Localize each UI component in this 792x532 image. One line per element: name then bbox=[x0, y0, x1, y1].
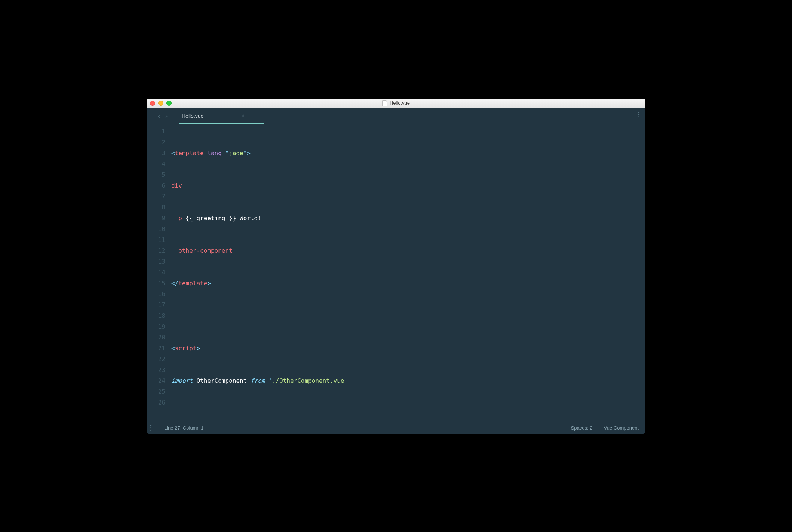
status-menu-icon[interactable] bbox=[150, 425, 151, 431]
tab-underline bbox=[179, 123, 264, 124]
more-menu-icon[interactable] bbox=[638, 112, 639, 117]
window-title-text: Hello.vue bbox=[390, 100, 410, 106]
code-line: </template> bbox=[171, 278, 645, 289]
nav-arrows: ‹ › bbox=[158, 113, 168, 119]
line-number: 5 bbox=[147, 169, 165, 180]
status-syntax[interactable]: Vue Component bbox=[604, 425, 639, 431]
traffic-lights bbox=[150, 101, 172, 106]
code-line: p {{ greeting }} World! bbox=[171, 213, 645, 224]
code-line: import OtherComponent from './OtherCompo… bbox=[171, 375, 645, 386]
line-number: 6 bbox=[147, 180, 165, 191]
line-number: 14 bbox=[147, 267, 165, 278]
minimize-icon[interactable] bbox=[158, 101, 163, 106]
line-number: 17 bbox=[147, 299, 165, 310]
code-area[interactable]: <template lang="jade"> div p {{ greeting… bbox=[168, 126, 645, 422]
tab-hello-vue[interactable]: Hello.vue × bbox=[179, 108, 247, 124]
line-number: 11 bbox=[147, 234, 165, 245]
line-number: 1 bbox=[147, 126, 165, 137]
line-number: 3 bbox=[147, 148, 165, 159]
line-number: 21 bbox=[147, 343, 165, 354]
line-number: 26 bbox=[147, 397, 165, 408]
line-number: 4 bbox=[147, 159, 165, 169]
line-number: 9 bbox=[147, 213, 165, 224]
code-line: <template lang="jade"> bbox=[171, 148, 645, 159]
code-line bbox=[171, 310, 645, 321]
line-number: 20 bbox=[147, 332, 165, 343]
nav-forward-icon[interactable]: › bbox=[165, 113, 168, 119]
line-number: 18 bbox=[147, 310, 165, 321]
line-number: 19 bbox=[147, 321, 165, 332]
status-position[interactable]: Line 27, Column 1 bbox=[164, 425, 204, 431]
editor[interactable]: 1 2 3 4 5 6 7 8 9 10 11 12 13 14 15 16 1… bbox=[147, 124, 645, 422]
close-icon[interactable] bbox=[150, 101, 155, 106]
app-window: Hello.vue ‹ › Hello.vue × 1 2 3 4 5 6 7 … bbox=[147, 99, 645, 434]
maximize-icon[interactable] bbox=[166, 101, 172, 106]
close-tab-icon[interactable]: × bbox=[241, 113, 244, 119]
tab-bar: ‹ › Hello.vue × bbox=[147, 108, 645, 124]
line-number: 13 bbox=[147, 256, 165, 267]
line-number: 8 bbox=[147, 202, 165, 213]
status-bar: Line 27, Column 1 Spaces: 2 Vue Componen… bbox=[147, 422, 645, 434]
line-number: 15 bbox=[147, 278, 165, 289]
nav-back-icon[interactable]: ‹ bbox=[158, 113, 160, 119]
code-line: <script> bbox=[171, 343, 645, 354]
line-number: 22 bbox=[147, 354, 165, 365]
line-number: 7 bbox=[147, 191, 165, 202]
line-gutter: 1 2 3 4 5 6 7 8 9 10 11 12 13 14 15 16 1… bbox=[147, 126, 168, 422]
status-spaces[interactable]: Spaces: 2 bbox=[571, 425, 593, 431]
line-number: 24 bbox=[147, 375, 165, 386]
line-number: 2 bbox=[147, 137, 165, 148]
line-number: 10 bbox=[147, 224, 165, 234]
document-icon bbox=[382, 100, 387, 106]
line-number: 16 bbox=[147, 289, 165, 299]
titlebar: Hello.vue bbox=[147, 99, 645, 108]
line-number: 12 bbox=[147, 245, 165, 256]
tab-label: Hello.vue bbox=[182, 113, 203, 119]
line-number: 23 bbox=[147, 365, 165, 375]
line-number: 25 bbox=[147, 386, 165, 397]
code-line: other-component bbox=[171, 245, 645, 256]
window-title: Hello.vue bbox=[147, 100, 645, 106]
code-line: div bbox=[171, 180, 645, 191]
code-line bbox=[171, 408, 645, 419]
